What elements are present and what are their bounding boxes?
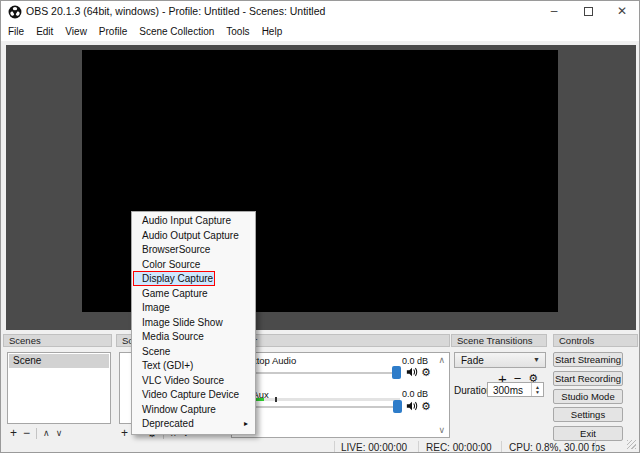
menu-item-window-capture[interactable]: Window Capture xyxy=(132,403,255,418)
chevron-down-icon: ▼ xyxy=(533,356,540,363)
transition-selected-value: Fade xyxy=(461,355,484,366)
status-divider xyxy=(501,441,502,453)
speaker-icon[interactable] xyxy=(406,366,418,378)
toolbar-divider xyxy=(36,428,37,439)
add-source-button[interactable]: + xyxy=(121,426,128,440)
menu-item-display-capture[interactable]: Display Capture xyxy=(132,272,255,287)
menu-item-browsersource[interactable]: BrowserSource xyxy=(132,243,255,258)
menubar-item-profile[interactable]: Profile xyxy=(93,23,133,41)
scenes-title: Scenes xyxy=(9,335,41,346)
spin-down-icon[interactable]: ▼ xyxy=(535,390,540,395)
menu-item-media-source[interactable]: Media Source xyxy=(132,330,255,345)
menubar-item-file[interactable]: File xyxy=(2,23,30,41)
menu-bar: FileEditViewProfileScene CollectionTools… xyxy=(1,23,639,41)
volume-slider-track[interactable] xyxy=(234,372,400,374)
transition-select[interactable]: Fade ▼ xyxy=(454,352,546,368)
mixer-box: Desktop Audio 0.0 dB ⚙ Mic/Aux 0.0 dB ⚙ … xyxy=(231,352,450,438)
start-recording-button[interactable]: Start Recording xyxy=(553,371,623,386)
duration-spinbox[interactable]: 300ms ▲ ▼ xyxy=(487,382,544,397)
menubar-item-help[interactable]: Help xyxy=(256,23,289,41)
scene-down-button[interactable]: ∨ xyxy=(56,428,63,438)
status-cpu-fps: CPU: 0.8%, 30.00 fps xyxy=(509,442,605,453)
preview-area xyxy=(6,45,636,330)
remove-scene-button[interactable]: − xyxy=(23,426,30,440)
volume-slider-handle[interactable] xyxy=(392,366,401,379)
scenes-panel-header: Scenes xyxy=(3,334,112,347)
menu-item-game-capture[interactable]: Game Capture xyxy=(132,287,255,302)
transitions-title: Scene Transitions xyxy=(457,335,533,346)
status-divider xyxy=(334,441,335,453)
close-button[interactable]: ✕ xyxy=(605,1,639,23)
controls-title: Controls xyxy=(559,335,594,346)
scene-list-item[interactable]: Scene xyxy=(9,354,109,368)
duration-value: 300ms xyxy=(493,385,523,396)
studio-mode-button[interactable]: Studio Mode xyxy=(553,389,623,404)
add-source-context-menu: Audio Input CaptureAudio Output CaptureB… xyxy=(131,211,256,435)
mixer-channel-db: 0.0 dB xyxy=(402,356,428,366)
settings-button[interactable]: Settings xyxy=(553,407,623,422)
menu-item-audio-output-capture[interactable]: Audio Output Capture xyxy=(132,229,255,244)
obs-window: OBS 20.1.3 (64bit, windows) - Profile: U… xyxy=(0,0,640,453)
mixer-panel-header: Mixer xyxy=(228,334,450,347)
title-bar: OBS 20.1.3 (64bit, windows) - Profile: U… xyxy=(1,1,639,23)
menu-item-color-source[interactable]: Color Source xyxy=(132,258,255,273)
mixer-channel-db: 0.0 dB xyxy=(402,389,428,399)
menubar-item-tools[interactable]: Tools xyxy=(220,23,255,41)
controls-panel-header: Controls xyxy=(553,334,638,347)
audio-level-meter xyxy=(234,398,400,401)
menubar-item-view[interactable]: View xyxy=(59,23,93,41)
menu-item-image-slide-show[interactable]: Image Slide Show xyxy=(132,316,255,331)
menu-item-vlc-video-source[interactable]: VLC Video Source xyxy=(132,374,255,389)
volume-slider-handle[interactable] xyxy=(393,400,402,413)
menu-item-text-gdi[interactable]: Text (GDI+) xyxy=(132,359,255,374)
scenes-toolbar: + − ∧ ∨ xyxy=(10,426,62,440)
resize-grip[interactable] xyxy=(627,440,636,449)
minimize-button[interactable]: – xyxy=(537,1,571,23)
status-rec: REC: 00:00:00 xyxy=(426,442,492,453)
submenu-arrow-icon: ▸ xyxy=(244,417,248,432)
scenes-list[interactable]: Scene xyxy=(7,352,111,424)
status-live: LIVE: 00:00:00 xyxy=(341,442,407,453)
scene-up-button[interactable]: ∧ xyxy=(43,428,50,438)
status-divider xyxy=(418,441,419,453)
menu-item-image[interactable]: Image xyxy=(132,301,255,316)
menu-item-deprecated[interactable]: Deprecated▸ xyxy=(132,417,255,432)
menu-item-scene[interactable]: Scene xyxy=(132,345,255,360)
menubar-item-scene-collection[interactable]: Scene Collection xyxy=(133,23,220,41)
menubar-item-edit[interactable]: Edit xyxy=(30,23,59,41)
status-divider xyxy=(595,441,596,453)
speaker-icon[interactable] xyxy=(406,400,418,412)
obs-logo-icon xyxy=(8,5,22,19)
volume-slider-track[interactable] xyxy=(234,406,400,408)
spinner-buttons[interactable]: ▲ ▼ xyxy=(531,383,543,396)
start-streaming-button[interactable]: Start Streaming xyxy=(553,352,623,367)
maximize-icon xyxy=(584,7,593,16)
mixer-scroll-up-icon[interactable]: ∧ xyxy=(438,355,445,365)
window-title: OBS 20.1.3 (64bit, windows) - Profile: U… xyxy=(26,5,325,17)
maximize-button[interactable] xyxy=(571,1,605,23)
add-scene-button[interactable]: + xyxy=(10,426,17,440)
exit-button[interactable]: Exit xyxy=(553,426,623,441)
transitions-panel-header: Scene Transitions xyxy=(451,334,547,347)
menu-item-video-capture-device[interactable]: Video Capture Device xyxy=(132,388,255,403)
channel-gear-icon[interactable]: ⚙ xyxy=(421,400,433,412)
meter-tick xyxy=(275,397,277,402)
mixer-scroll-down-icon[interactable]: ∨ xyxy=(438,425,445,435)
menu-item-audio-input-capture[interactable]: Audio Input Capture xyxy=(132,214,255,229)
channel-gear-icon[interactable]: ⚙ xyxy=(421,366,433,378)
